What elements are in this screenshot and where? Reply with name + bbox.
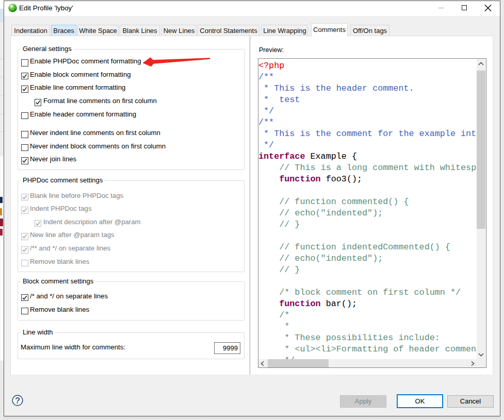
svg-text:?: ? <box>15 396 20 405</box>
